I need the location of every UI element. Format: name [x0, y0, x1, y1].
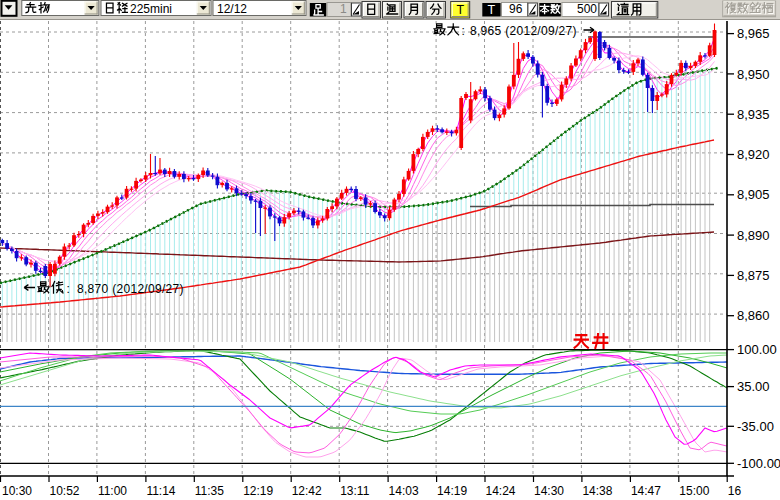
svg-text:-35.00: -35.00: [737, 419, 774, 434]
svg-text:T: T: [488, 3, 496, 17]
svg-text:8,870 (2012/09/27): 8,870 (2012/09/27): [77, 282, 184, 296]
svg-text:11:00: 11:00: [98, 484, 127, 498]
svg-text:8,965: 8,965: [737, 26, 770, 41]
svg-text:11:14: 11:14: [146, 484, 175, 498]
svg-text:10:30: 10:30: [2, 484, 32, 498]
svg-text:8,875: 8,875: [737, 268, 770, 283]
svg-text:12:42: 12:42: [292, 484, 322, 498]
svg-text:14:24: 14:24: [486, 484, 516, 498]
svg-text:500: 500: [577, 2, 597, 16]
svg-text:8,920: 8,920: [737, 147, 770, 162]
svg-text:8,905: 8,905: [737, 187, 770, 202]
svg-text:14:30: 14:30: [534, 484, 564, 498]
svg-text:12:19: 12:19: [243, 484, 273, 498]
svg-text:15:00: 15:00: [679, 484, 709, 498]
svg-text:8,935: 8,935: [737, 107, 770, 122]
svg-text:14:19: 14:19: [437, 484, 467, 498]
svg-text:8,860: 8,860: [737, 308, 770, 323]
svg-text:8,965 (2012/09/27): 8,965 (2012/09/27): [470, 24, 577, 38]
svg-text:10:52: 10:52: [50, 484, 80, 498]
svg-text:8,890: 8,890: [737, 228, 770, 243]
svg-text:13:11: 13:11: [340, 484, 369, 498]
svg-text:35.00: 35.00: [737, 379, 770, 394]
svg-text::: :: [67, 282, 70, 296]
svg-text:225mini: 225mini: [130, 2, 172, 16]
svg-text:14:38: 14:38: [582, 484, 612, 498]
svg-text:12/12: 12/12: [217, 2, 247, 16]
svg-text:8,950: 8,950: [737, 67, 770, 82]
svg-text:14:03: 14:03: [389, 484, 419, 498]
svg-text:T: T: [457, 3, 465, 17]
svg-text::: :: [462, 24, 465, 38]
svg-text:11:35: 11:35: [195, 484, 224, 498]
svg-text:100.00: 100.00: [737, 342, 777, 357]
svg-text:14:47: 14:47: [631, 484, 661, 498]
svg-text:1: 1: [340, 2, 347, 16]
svg-text:96: 96: [509, 2, 523, 16]
svg-text:-100.00: -100.00: [737, 456, 780, 471]
svg-text:16: 16: [728, 484, 742, 498]
